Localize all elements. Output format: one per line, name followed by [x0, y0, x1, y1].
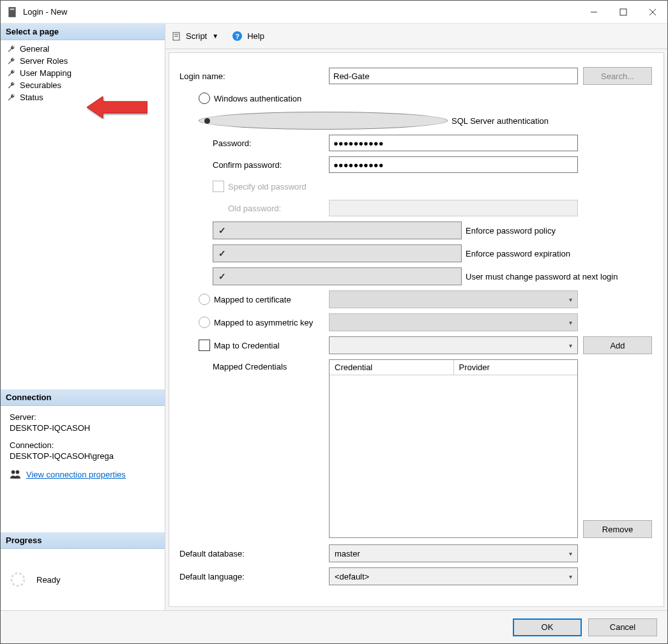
sidebar-item-user-mapping[interactable]: User Mapping	[1, 67, 165, 79]
mapped-credentials-label: Mapped Credentials	[179, 359, 329, 371]
add-button[interactable]: Add	[583, 336, 652, 354]
server-value: DESKTOP-IQCASOH	[10, 423, 156, 433]
mapped-asym-radio	[199, 317, 210, 328]
enforce-expire-label: Enforce password expiration	[466, 249, 570, 258]
server-label: Server:	[10, 412, 156, 422]
dialog-footer: OK Cancel	[1, 610, 667, 643]
wrench-icon	[7, 81, 16, 90]
confirm-password-input[interactable]	[329, 156, 578, 173]
login-name-input[interactable]	[329, 68, 578, 84]
window-title: Login - New	[23, 7, 579, 17]
page-label: General	[20, 44, 49, 54]
password-label: Password:	[179, 139, 329, 148]
chevron-down-icon: ▾	[569, 550, 572, 557]
map-credential-checkbox[interactable]	[199, 340, 210, 351]
wrench-icon	[7, 57, 16, 66]
wrench-icon	[7, 69, 16, 78]
sidebar: Select a page General Server Roles User …	[1, 24, 165, 610]
maximize-button[interactable]	[609, 1, 638, 24]
sql-auth-radio[interactable]	[199, 112, 448, 130]
password-input[interactable]	[329, 135, 578, 151]
sidebar-item-securables[interactable]: Securables	[1, 79, 165, 91]
mapped-asym-label: Mapped to asymmetric key	[214, 318, 313, 327]
mapped-cert-label: Mapped to certificate	[214, 295, 291, 304]
default-language-select[interactable]: <default>▾	[329, 567, 578, 585]
connection-value: DESKTOP-IQCASOH\grega	[10, 451, 156, 461]
specify-old-password-checkbox	[213, 181, 224, 192]
provider-column: Provider	[454, 360, 578, 375]
default-language-label: Default language:	[179, 572, 329, 581]
map-credential-label: Map to Credential	[214, 341, 280, 350]
map-credential-select[interactable]: ▾	[329, 336, 578, 354]
mapped-asym-select: ▾	[329, 313, 578, 331]
sidebar-item-server-roles[interactable]: Server Roles	[1, 55, 165, 67]
chevron-down-icon: ▾	[569, 296, 572, 303]
progress-status: Ready	[36, 575, 61, 585]
help-icon: ?	[232, 31, 242, 41]
people-icon	[10, 468, 21, 480]
credential-column: Credential	[330, 360, 454, 375]
page-label: Server Roles	[20, 56, 68, 66]
spinner-icon	[10, 571, 26, 588]
wrench-icon	[7, 45, 16, 54]
page-label: Securables	[20, 80, 61, 90]
annotation-arrow-icon	[84, 95, 148, 119]
chevron-down-icon: ▾	[569, 573, 572, 580]
toolbar: Script ▼ ? Help	[165, 24, 667, 49]
titlebar: Login - New	[1, 1, 667, 24]
specify-old-password-label: Specify old password	[228, 182, 307, 191]
wrench-icon	[7, 93, 16, 102]
credentials-table[interactable]: Credential Provider	[329, 359, 578, 538]
script-button[interactable]: Script	[186, 31, 207, 41]
select-page-header: Select a page	[1, 24, 165, 40]
default-database-label: Default database:	[179, 549, 329, 558]
svg-point-6	[11, 470, 15, 474]
content-pane: Script ▼ ? Help Login name: Search... Wi…	[165, 24, 667, 610]
app-icon	[6, 6, 18, 18]
script-icon	[172, 32, 181, 41]
enforce-policy-checkbox[interactable]	[213, 221, 462, 239]
connection-label: Connection:	[10, 440, 156, 450]
must-change-label: User must change password at next login	[466, 272, 618, 281]
confirm-password-label: Confirm password:	[179, 160, 329, 170]
page-label: Status	[20, 93, 43, 102]
script-dropdown-icon[interactable]: ▼	[212, 33, 218, 40]
enforce-expire-checkbox[interactable]	[213, 244, 462, 262]
remove-button[interactable]: Remove	[583, 520, 652, 538]
connection-header: Connection	[1, 389, 165, 406]
search-button[interactable]: Search...	[583, 67, 652, 85]
svg-point-8	[11, 573, 24, 586]
svg-rect-3	[620, 9, 626, 15]
mapped-cert-radio	[199, 294, 210, 305]
close-button[interactable]	[638, 1, 667, 24]
view-connection-properties-link[interactable]: View connection properties	[26, 470, 126, 479]
old-password-input	[329, 200, 578, 216]
chevron-down-icon: ▾	[569, 342, 572, 349]
sidebar-item-general[interactable]: General	[1, 43, 165, 55]
svg-point-7	[16, 470, 20, 474]
mapped-cert-select: ▾	[329, 290, 578, 308]
cancel-button[interactable]: Cancel	[588, 618, 657, 636]
windows-auth-radio[interactable]	[199, 93, 210, 104]
progress-header: Progress	[1, 532, 165, 549]
sql-auth-label: SQL Server authentication	[452, 116, 549, 126]
ok-button[interactable]: OK	[513, 618, 582, 636]
progress-box: Ready	[1, 549, 165, 610]
page-label: User Mapping	[20, 68, 72, 78]
minimize-button[interactable]	[579, 1, 609, 24]
old-password-label: Old password:	[179, 204, 329, 213]
connection-info: Server: DESKTOP-IQCASOH Connection: DESK…	[1, 406, 165, 486]
enforce-policy-label: Enforce password policy	[466, 226, 556, 236]
windows-auth-label: Windows authentication	[214, 94, 301, 103]
svg-rect-1	[10, 8, 15, 10]
form-body: Login name: Search... Windows authentica…	[169, 52, 664, 607]
login-name-label: Login name:	[179, 71, 329, 81]
default-database-select[interactable]: master▾	[329, 544, 578, 562]
must-change-checkbox[interactable]	[213, 267, 462, 285]
chevron-down-icon: ▾	[569, 319, 572, 326]
help-button[interactable]: Help	[247, 31, 264, 41]
